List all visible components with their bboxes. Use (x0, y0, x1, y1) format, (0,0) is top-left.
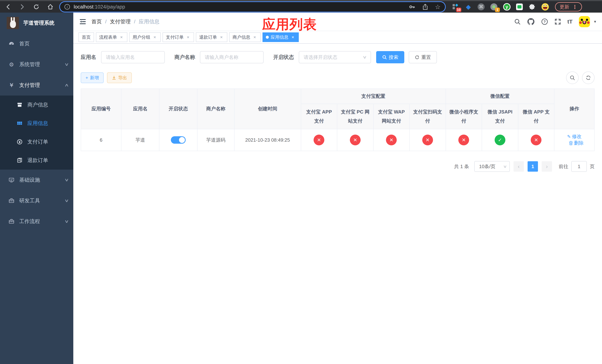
app-name-input[interactable] (101, 51, 165, 63)
password-key-icon[interactable] (408, 3, 415, 10)
page-1-button[interactable]: 1 (527, 161, 538, 172)
prev-page-button[interactable]: ‹ (514, 161, 524, 172)
browser-menu-icon[interactable]: ⋮ (572, 4, 577, 10)
toggle-search-button[interactable] (566, 72, 579, 84)
extension-icons: 10 ◆ ⌘ 1 y (452, 3, 549, 11)
sidebar-item-dev-tools[interactable]: 研发工具 ∨ (0, 190, 73, 211)
table-toolbar: + 新增 导出 (81, 72, 595, 84)
user-avatar[interactable] (579, 16, 590, 27)
status-toggle[interactable] (171, 136, 186, 144)
browser-forward-button[interactable] (18, 2, 27, 11)
breadcrumb-separator: / (134, 19, 136, 25)
command-extension-icon[interactable]: ⌘ (478, 3, 485, 10)
channel-status-icon: ✕ (422, 135, 433, 145)
tab-merchant-info[interactable]: 商户信息× (229, 32, 261, 42)
channel-status-icon: ✕ (350, 135, 361, 145)
annotation-title: 应用列表 (262, 16, 317, 33)
sidebar-item-merchant-info[interactable]: 商户信息 (0, 96, 73, 114)
grid-icon (16, 120, 23, 126)
recorder-extension-icon[interactable]: 1 (490, 3, 498, 11)
sidebar-fold-icon[interactable] (79, 18, 86, 25)
col-alipay-qr: 支付宝扫码支付 (409, 104, 446, 129)
github-icon[interactable] (527, 18, 535, 26)
goto-page-input[interactable] (571, 161, 587, 172)
profile-avatar-icon[interactable] (541, 3, 549, 11)
sidebar: 芋道管理系统 首页 ⚙ 系统管理 ∨ ￥ 支付管理 ∧ 商户信息 (0, 13, 73, 364)
breadcrumb-current: 应用信息 (139, 18, 160, 25)
tab-close-icon[interactable]: × (219, 35, 224, 40)
tab-refund-order[interactable]: 退款订单× (196, 32, 227, 42)
breadcrumb-payment[interactable]: 支付管理 (110, 18, 131, 25)
edit-button[interactable]: ✎修改 (567, 133, 582, 140)
col-created: 创建时间 (234, 89, 301, 129)
sidebar-item-payment[interactable]: ￥ 支付管理 ∧ (0, 75, 73, 96)
app-logo[interactable]: 芋道管理系统 (0, 13, 73, 33)
site-info-icon[interactable]: i (64, 4, 70, 10)
breadcrumb-separator: / (105, 19, 107, 25)
fullscreen-icon[interactable] (554, 18, 561, 25)
search-button[interactable]: 搜索 (376, 51, 404, 63)
sidebar-item-home[interactable]: 首页 (0, 33, 73, 54)
next-page-button[interactable]: › (542, 161, 552, 172)
breadcrumb-home[interactable]: 首页 (91, 18, 102, 25)
address-bar[interactable]: i localhost:1024/pay/app ☆ (60, 2, 445, 12)
cell-merchant: 芋道源码 (197, 129, 234, 151)
app-table: 应用编号 应用名 开启状态 商户名称 创建时间 支付宝配置 微信配置 操作 支付… (81, 88, 595, 151)
yudao-extension-icon[interactable]: y (503, 3, 511, 11)
channel-status-icon: ✕ (386, 135, 397, 145)
sidebar-item-pay-order[interactable]: 支付订单 (0, 133, 73, 151)
reset-button[interactable]: 重置 (409, 51, 437, 63)
cell-wechat-app: ✕ (518, 129, 554, 151)
tab-close-icon[interactable]: × (185, 35, 191, 40)
sidebar-item-system[interactable]: ⚙ 系统管理 ∨ (0, 54, 73, 75)
browser-reload-button[interactable] (32, 2, 41, 11)
sidebar-item-app-info[interactable]: 应用信息 (0, 114, 73, 133)
add-button[interactable]: + 新增 (81, 72, 104, 83)
col-status: 开启状态 (159, 89, 197, 129)
page-size-select[interactable]: 10条/页 ∨ (474, 161, 510, 172)
status-select[interactable]: 请选择开启状态 ∨ (299, 51, 371, 63)
yen-circle-icon (16, 139, 23, 145)
sidebar-item-workflow[interactable]: 工作流程 ∨ (0, 211, 73, 232)
tab-user-group[interactable]: 用户分组× (129, 32, 161, 42)
chat-extension-icon[interactable] (516, 3, 523, 10)
font-size-icon[interactable]: tT (567, 19, 573, 25)
gem-extension-icon[interactable]: ◆ (465, 3, 472, 11)
chevron-down-icon: ∨ (503, 164, 507, 169)
delete-button[interactable]: 删除 (569, 140, 584, 146)
cell-alipay-pc: ✕ (337, 129, 373, 151)
total-count: 共 1 条 (454, 163, 469, 170)
extensions-puzzle-icon[interactable] (528, 3, 536, 11)
tab-close-icon[interactable]: × (290, 35, 295, 40)
refresh-table-button[interactable] (582, 72, 595, 84)
tab-groups-extension-icon[interactable]: 10 (452, 3, 459, 11)
col-wechat-jsapi: 微信 JSAPI 支付 (482, 104, 518, 129)
tab-pay-order[interactable]: 支付订单× (162, 32, 194, 42)
share-icon[interactable] (422, 4, 428, 10)
url-text: localhost:1024/pay/app (74, 4, 408, 10)
app-title: 芋道管理系统 (23, 20, 54, 26)
browser-home-button[interactable] (46, 2, 55, 11)
header-search-icon[interactable] (514, 18, 521, 25)
tab-app-info[interactable]: 应用信息× (262, 32, 299, 42)
pagination: 共 1 条 10条/页 ∨ ‹ 1 › 前往 页 (81, 161, 595, 172)
bookmark-star-icon[interactable]: ☆ (435, 4, 441, 10)
avatar-caret-icon[interactable]: ▾ (594, 19, 596, 24)
tab-close-icon[interactable]: × (119, 35, 124, 40)
tab-close-icon[interactable]: × (152, 35, 157, 40)
goto-label: 前往 (559, 163, 568, 170)
col-alipay-pc: 支付宝 PC 网站支付 (337, 104, 373, 129)
channel-status-icon: ✕ (314, 135, 324, 145)
sidebar-item-refund-order[interactable]: 退款订单 (0, 151, 73, 170)
tab-close-icon[interactable]: × (252, 35, 257, 40)
group-alipay-config: 支付宝配置 (301, 89, 446, 104)
merchant-name-input[interactable] (200, 51, 264, 63)
browser-back-button[interactable] (4, 2, 13, 11)
sidebar-item-infrastructure[interactable]: 基础设施 ∨ (0, 170, 73, 190)
browser-update-button[interactable]: 更新 ⋮ (555, 2, 582, 11)
help-icon[interactable]: ? (541, 18, 548, 25)
export-button[interactable]: 导出 (107, 72, 132, 83)
tab-home[interactable]: 首页 (78, 32, 94, 42)
tab-process-form[interactable]: 流程表单× (96, 32, 127, 42)
col-app-name: 应用名 (121, 89, 159, 129)
